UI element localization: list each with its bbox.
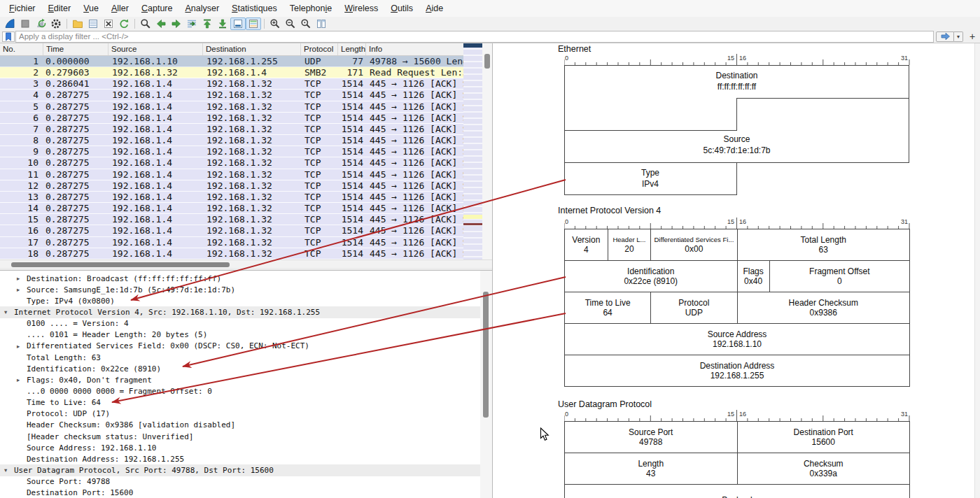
packet-row[interactable]: 170.287275192.168.1.4192.168.1.32TCP1514… <box>0 237 463 248</box>
packet-row[interactable]: 30.286041192.168.1.4192.168.1.32TCP15144… <box>0 78 463 90</box>
go-to-packet-button[interactable] <box>184 17 200 30</box>
detail-line[interactable]: .... 0101 = Header Length: 20 bytes (5) <box>0 329 492 341</box>
field-total-length[interactable]: Total Length63 <box>737 229 911 261</box>
column-header-length[interactable]: Length <box>338 43 366 55</box>
capture-options-button[interactable] <box>48 17 64 30</box>
packet-row[interactable]: 80.287275192.168.1.4192.168.1.32TCP15144… <box>0 135 463 146</box>
field-payload[interactable]: Payload <box>564 484 910 498</box>
field-checksum[interactable]: Checksum0x339a <box>737 453 911 485</box>
detail-line[interactable]: 0100 .... = Version: 4 <box>0 318 492 329</box>
detail-line[interactable]: Type: IPv4 (0x0800) <box>0 295 492 306</box>
packet-row[interactable]: 180.287275192.168.1.4192.168.1.32TCP1514… <box>0 248 463 259</box>
display-filter-input[interactable] <box>15 31 934 43</box>
field-time-to-live[interactable]: Time to Live64 <box>564 292 651 324</box>
zoom-in-button[interactable] <box>267 17 283 30</box>
detail-line[interactable]: Header Checksum: 0x9386 [validation disa… <box>0 420 492 431</box>
resize-columns-button[interactable] <box>314 17 329 30</box>
field-header-checksum[interactable]: Header Checksum0x9386 <box>737 292 911 324</box>
menu-telephonie[interactable]: Telephonie <box>284 1 338 16</box>
go-forward-button[interactable] <box>169 17 184 30</box>
detail-line[interactable]: Source Address: 192.168.1.10 <box>0 442 492 453</box>
detail-line[interactable]: ...0 0000 0000 0000 = Fragment Offset: 0 <box>0 385 492 397</box>
menu-capture[interactable]: Capture <box>135 1 178 16</box>
go-last-button[interactable] <box>215 17 230 30</box>
field-flags[interactable]: Flags0x40 <box>737 260 770 292</box>
zoom-out-button[interactable] <box>283 17 298 30</box>
menu-statistiques[interactable]: Statistiques <box>225 1 284 16</box>
field-version[interactable]: Version4 <box>564 229 608 261</box>
expander-collapsed-icon[interactable]: ▸ <box>17 343 27 350</box>
field-identification[interactable]: Identification0x22ce (8910) <box>564 260 738 292</box>
apply-filter-button[interactable] <box>936 31 954 42</box>
expander-collapsed-icon[interactable]: ▸ <box>17 286 27 293</box>
packet-row[interactable]: 20.279603192.168.1.32192.168.1.4SMB2171R… <box>0 67 463 78</box>
field-differentiated-services-fi[interactable]: Differentiated Services Fi...0x00 <box>650 229 737 261</box>
detail-line[interactable]: Source Port: 49788 <box>0 476 492 488</box>
packet-row[interactable]: 10.000000192.168.1.10192.168.1.255UDP774… <box>0 56 463 67</box>
field-destination-address[interactable]: Destination Address192.168.1.255 <box>564 355 910 387</box>
packet-list-minimap-scrollbar[interactable] <box>463 43 482 259</box>
detail-line[interactable]: ▸Differentiated Services Field: 0x00 (DS… <box>0 341 492 352</box>
find-packet-button[interactable] <box>138 17 153 30</box>
column-header-destination[interactable]: Destination <box>203 43 301 55</box>
field-destination-port[interactable]: Destination Port15600 <box>737 421 911 453</box>
go-back-button[interactable] <box>153 17 169 30</box>
packet-list-vscrollbar[interactable] <box>482 43 492 259</box>
packet-row[interactable]: 90.287275192.168.1.4192.168.1.32TCP15144… <box>0 146 463 157</box>
detail-line[interactable]: ▸Source: SamsungE_1e:1d:7b (5c:49:7d:1e:… <box>0 284 492 295</box>
close-file-button[interactable] <box>101 17 116 30</box>
packet-row[interactable]: 120.287275192.168.1.4192.168.1.32TCP1514… <box>0 180 463 192</box>
detail-line[interactable]: ▸Destination: Broadcast (ff:ff:ff:ff:ff:… <box>0 273 492 284</box>
packet-row[interactable]: 150.287275192.168.1.4192.168.1.32TCP1514… <box>0 214 463 225</box>
menu-fichier[interactable]: Fichier <box>3 1 42 16</box>
reload-file-button[interactable] <box>116 17 132 30</box>
scrollbar-thumb[interactable] <box>483 292 489 418</box>
packet-row[interactable]: 160.287275192.168.1.4192.168.1.32TCP1514… <box>0 225 463 236</box>
packet-row[interactable]: 60.287275192.168.1.4192.168.1.32TCP15144… <box>0 113 463 124</box>
packet-row[interactable]: 50.287275192.168.1.4192.168.1.32TCP15144… <box>0 101 463 113</box>
field-source-port[interactable]: Source Port49788 <box>564 421 738 453</box>
detail-line[interactable]: ▸Flags: 0x40, Don't fragment <box>0 374 492 385</box>
packet-row[interactable]: 70.287275192.168.1.4192.168.1.32TCP15144… <box>0 124 463 135</box>
column-header-protocol[interactable]: Protocol <box>301 43 338 55</box>
field-type[interactable]: Type IPv4 <box>564 167 736 190</box>
scrollbar-thumb[interactable] <box>484 54 490 69</box>
restart-capture-button[interactable] <box>33 17 48 30</box>
detail-line[interactable]: Identification: 0x22ce (8910) <box>0 363 492 374</box>
add-filter-button[interactable]: + <box>967 31 978 42</box>
menu-editer[interactable]: Editer <box>42 1 78 16</box>
normal-size-button[interactable] <box>298 17 314 30</box>
packet-row[interactable]: 40.287275192.168.1.4192.168.1.32TCP15144… <box>0 90 463 101</box>
open-file-button[interactable] <box>70 17 85 30</box>
save-file-button[interactable] <box>85 17 101 30</box>
menu-aller[interactable]: Aller <box>105 1 135 16</box>
detail-line[interactable]: Protocol: UDP (17) <box>0 408 492 420</box>
diagram-vscrollbar[interactable] <box>974 43 980 498</box>
field-fragment-offset[interactable]: Fragment Offset0 <box>769 260 910 292</box>
field-header-l[interactable]: Header L...20 <box>608 229 652 261</box>
details-vscrollbar[interactable] <box>480 271 492 498</box>
packet-row[interactable]: 130.287275192.168.1.4192.168.1.32TCP1514… <box>0 192 463 203</box>
detail-line[interactable]: ▾Internet Protocol Version 4, Src: 192.1… <box>0 306 492 318</box>
expander-collapsed-icon[interactable]: ▸ <box>17 275 27 282</box>
detail-line[interactable]: Time to Live: 64 <box>0 397 492 408</box>
go-first-button[interactable] <box>200 17 215 30</box>
field-destination[interactable]: Destination ff:ff:ff:ff:ff:ff <box>564 70 909 92</box>
start-capture-button[interactable] <box>2 17 18 30</box>
colorize-toggle[interactable] <box>246 17 261 30</box>
detail-line[interactable]: ▾User Datagram Protocol, Src Port: 49788… <box>0 464 492 476</box>
detail-line[interactable]: Destination Port: 15600 <box>0 488 492 498</box>
field-protocol[interactable]: ProtocolUDP <box>650 292 737 324</box>
menu-wireless[interactable]: Wireless <box>338 1 384 16</box>
field-source-address[interactable]: Source Address192.168.1.10 <box>564 323 910 355</box>
auto-scroll-toggle[interactable] <box>230 17 246 30</box>
column-header-source[interactable]: Source <box>108 43 203 55</box>
detail-line[interactable]: Total Length: 63 <box>0 352 492 363</box>
column-header-no[interactable]: No. <box>0 43 43 55</box>
expander-collapsed-icon[interactable]: ▸ <box>17 376 27 383</box>
filter-dropdown-caret[interactable]: ▾ <box>954 31 963 42</box>
filter-bookmark-button[interactable] <box>2 31 15 42</box>
detail-line[interactable]: Destination Address: 192.168.1.255 <box>0 453 492 464</box>
detail-line[interactable]: [Header checksum status: Unverified] <box>0 431 492 442</box>
packet-row[interactable]: 140.287275192.168.1.4192.168.1.32TCP1514… <box>0 203 463 214</box>
